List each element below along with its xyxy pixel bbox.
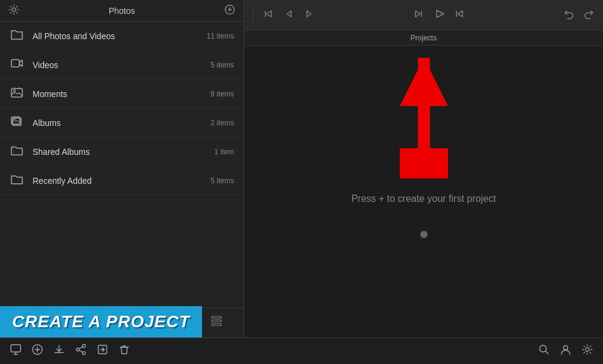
svg-rect-18: [212, 324, 221, 325]
svg-point-26: [77, 348, 80, 351]
moments-label: Moments: [33, 89, 210, 99]
albums-count: 2 items: [210, 119, 234, 127]
projects-bar: Projects: [244, 30, 603, 46]
create-banner: CREATE A PROJECT: [0, 306, 202, 337]
sidebar-item-shared-albums[interactable]: Shared Albums 1 item: [0, 137, 244, 166]
moments-count: 8 items: [210, 90, 234, 98]
svg-point-30: [586, 348, 589, 351]
project-area: Press + to create your first project: [244, 46, 603, 337]
svg-point-28: [540, 345, 546, 352]
play-btn[interactable]: [431, 7, 447, 23]
bottom-toolbar: [0, 337, 603, 364]
sidebar-header: Photos: [0, 0, 244, 22]
svg-rect-17: [212, 320, 221, 322]
list-view-icon: [210, 314, 223, 330]
sidebar-title: Photos: [19, 6, 224, 16]
shared-folder-icon: [10, 144, 24, 159]
moments-icon: [10, 86, 24, 101]
svg-rect-3: [11, 89, 22, 97]
sidebar-item-videos[interactable]: Videos 5 items: [0, 51, 244, 80]
sidebar-list: All Photos and Videos 11 items Videos 5 …: [0, 22, 244, 307]
bottom-right-tools: [538, 344, 593, 359]
user-icon[interactable]: [560, 344, 572, 359]
timeline-right: [561, 7, 597, 23]
all-photos-label: All Photos and Videos: [33, 31, 207, 41]
folder-icon-1: [10, 28, 24, 43]
more-icon[interactable]: [224, 4, 235, 17]
svg-point-7: [14, 118, 15, 119]
shared-albums-count: 1 item: [214, 148, 234, 156]
prev-btn[interactable]: [281, 7, 297, 23]
export-icon[interactable]: [96, 344, 109, 359]
red-arrow: [400, 58, 448, 178]
timeline-divider: [253, 9, 253, 21]
svg-marker-21: [400, 58, 448, 106]
project-dot: [420, 231, 428, 238]
videos-label: Videos: [33, 60, 210, 70]
svg-rect-2: [11, 60, 19, 67]
empty-message: Press + to create your first project: [352, 193, 496, 204]
redo-btn[interactable]: [581, 7, 597, 23]
video-icon: [10, 57, 24, 72]
import-icon[interactable]: [10, 344, 22, 359]
sidebar: Photos All Photos and Video: [0, 0, 244, 337]
svg-point-25: [83, 352, 86, 355]
sidebar-item-all-photos[interactable]: All Photos and Videos 11 items: [0, 22, 244, 51]
toolbar-list-btn[interactable]: [205, 312, 228, 334]
sidebar-item-moments[interactable]: Moments 8 items: [0, 80, 244, 108]
albums-icon: [10, 115, 24, 130]
projects-label: Projects: [411, 34, 437, 42]
share-icon[interactable]: [75, 344, 87, 359]
sidebar-item-recently-added[interactable]: Recently Added 5 items: [0, 166, 244, 195]
svg-point-29: [564, 346, 568, 350]
create-banner-text: CREATE A PROJECT: [12, 312, 190, 331]
shared-albums-label: Shared Albums: [33, 147, 214, 157]
svg-rect-16: [212, 316, 221, 318]
undo-btn[interactable]: [561, 7, 576, 23]
recently-added-count: 5 items: [210, 177, 234, 185]
timeline-left: [250, 7, 317, 23]
timeline-area: [244, 0, 603, 30]
settings-icon[interactable]: [8, 4, 19, 17]
skip-to-start-btn[interactable]: [411, 7, 426, 23]
recently-added-icon: [10, 173, 24, 188]
settings-gear-icon[interactable]: [581, 344, 593, 359]
bottom-search-icon[interactable]: [538, 344, 550, 359]
empty-state: Press + to create your first project: [352, 169, 496, 238]
all-photos-count: 11 items: [207, 32, 234, 40]
main-area: Photos All Photos and Video: [0, 0, 603, 337]
app-container: Photos All Photos and Video: [0, 0, 603, 364]
add-icon[interactable]: [31, 344, 43, 359]
skip-to-end-btn[interactable]: [452, 7, 467, 23]
sidebar-item-albums[interactable]: Albums 2 items: [0, 108, 244, 137]
delete-icon[interactable]: [118, 344, 130, 359]
content-area: Projects Press + to cre: [244, 0, 603, 337]
svg-rect-22: [11, 345, 21, 352]
videos-count: 5 items: [210, 61, 234, 69]
skip-back-btn[interactable]: [260, 7, 276, 23]
svg-point-0: [12, 8, 16, 11]
svg-point-24: [83, 345, 86, 348]
next-btn[interactable]: [302, 7, 317, 23]
albums-label: Albums: [33, 118, 210, 128]
timeline-toolbar: [244, 7, 603, 23]
download-icon[interactable]: [53, 344, 65, 359]
timeline-center: [411, 7, 467, 23]
bottom-left-tools: [10, 344, 130, 359]
svg-point-4: [14, 90, 16, 92]
recently-added-label: Recently Added: [33, 176, 210, 186]
